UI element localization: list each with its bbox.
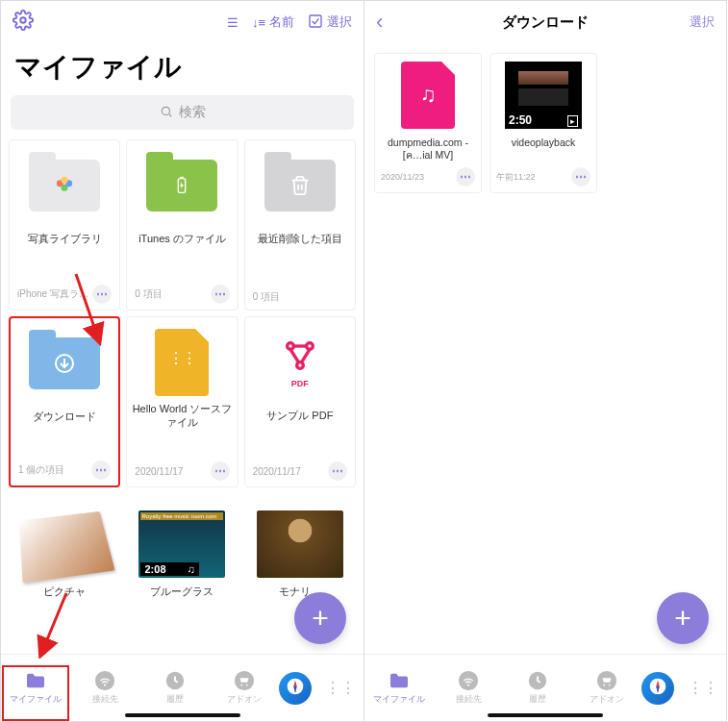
sort-icon: ↓≡ [252, 15, 265, 30]
tile-meta: 2020/11/17 [253, 466, 301, 477]
cart-icon [233, 670, 256, 691]
view-mode-button[interactable]: ☰ [227, 15, 238, 30]
trash-icon [289, 175, 311, 196]
select-button[interactable]: 選択 [690, 13, 715, 31]
search-icon [160, 105, 173, 121]
search-input[interactable]: 検索 [11, 95, 354, 130]
tab-bar: マイファイル 接続先 履歴 アドオン ⋮⋮ [1, 654, 364, 721]
svg-point-14 [306, 343, 313, 350]
sort-label: 名前 [269, 13, 294, 31]
tile-meta: 0 項目 [135, 287, 162, 301]
tile-label: dumpmedia.com - [ค…ial MV] [379, 137, 477, 162]
header: ☰ ↓≡ 名前 選択 [1, 1, 364, 43]
tile-helloworld-zip[interactable]: ⋮⋮ Hello World ソースファイル 2020/11/17 ⋯ [126, 316, 238, 487]
more-button[interactable]: ⋯ [211, 461, 230, 481]
wifi-icon [457, 670, 480, 691]
tile-meta: 午前11:22 [496, 171, 536, 184]
tile-bluegrass[interactable]: Royalty free music room.com 2:08♫ ブルーグラス [126, 493, 238, 654]
clock-icon [163, 670, 187, 691]
music-note-icon: ♫ [420, 83, 437, 108]
search-placeholder: 検索 [179, 104, 206, 121]
clock-icon [526, 670, 549, 691]
tile-dumpmedia[interactable]: ♫ dumpmedia.com - [ค…ial MV] 2020/11/23 … [374, 53, 482, 193]
folder-icon [388, 670, 411, 691]
tile-label: Hello World ソースファイル [131, 402, 233, 430]
compass-icon [648, 677, 667, 700]
svg-rect-1 [310, 15, 321, 27]
image-thumb [20, 511, 115, 584]
browser-button[interactable] [279, 672, 312, 705]
more-button[interactable]: ⋯ [328, 461, 347, 481]
tile-itunes[interactable]: iTunes のファイル 0 項目 ⋯ [126, 139, 238, 311]
home-indicator [488, 713, 603, 717]
duration-badge: 2:08 [144, 563, 165, 575]
tile-downloads[interactable]: ダウンロード 1 個の項目 ⋯ [9, 316, 120, 487]
tile-label: 写真ライブラリ [28, 225, 102, 252]
tab-connections[interactable]: 接続先 [434, 670, 503, 706]
download-icon [53, 352, 76, 375]
tile-meta: 2020/11/23 [381, 172, 424, 182]
page-title: ダウンロード [364, 13, 726, 32]
menu-icon[interactable]: ⋮⋮ [317, 679, 364, 697]
select-button[interactable]: 選択 [308, 13, 352, 32]
pdf-icon: PDF [281, 336, 319, 388]
more-button[interactable]: ⋯ [571, 167, 590, 187]
tile-videoplayback[interactable]: 2:50 ▸ videoplayback 午前11:22 ⋯ [490, 53, 597, 193]
tile-meta: 0 項目 [253, 290, 280, 304]
folder-icon [24, 670, 47, 691]
svg-line-16 [290, 349, 298, 361]
zip-icon: ⋮⋮ [168, 349, 195, 367]
tab-connections[interactable]: 接続先 [70, 670, 139, 706]
svg-rect-9 [181, 177, 185, 179]
tab-label: マイファイル [10, 693, 62, 706]
tab-addons[interactable]: アドオン [572, 670, 641, 706]
tile-recently-deleted[interactable]: 最近削除した項目 0 項目 [244, 139, 356, 311]
tab-addons[interactable]: アドオン [210, 670, 279, 706]
svg-point-19 [95, 671, 114, 690]
video-thumb: Royalty free music room.com 2:08♫ [138, 510, 225, 578]
tab-myfiles[interactable]: マイファイル [364, 670, 434, 706]
select-label: 選択 [327, 13, 352, 31]
tile-sample-pdf[interactable]: PDF サンプル PDF 2020/11/17 ⋯ [244, 316, 356, 487]
photos-icon [51, 172, 78, 199]
more-button[interactable]: ⋯ [91, 461, 111, 480]
sort-button[interactable]: ↓≡ 名前 [252, 13, 294, 31]
browser-button[interactable] [641, 672, 674, 705]
tab-myfiles[interactable]: マイファイル [1, 670, 70, 706]
svg-marker-10 [181, 181, 185, 189]
list-icon: ☰ [227, 15, 238, 30]
tile-meta: 1 個の項目 [18, 463, 64, 477]
add-button[interactable]: + [294, 592, 346, 644]
svg-point-15 [296, 362, 303, 369]
tab-history[interactable]: 履歴 [140, 670, 210, 706]
tile-meta: iPhone 写真ラ… [17, 287, 88, 301]
tab-history[interactable]: 履歴 [503, 670, 572, 706]
tile-label: iTunes のファイル [138, 225, 226, 252]
svg-line-3 [168, 113, 171, 116]
tab-label: アドオン [227, 693, 262, 706]
plus-icon: + [312, 602, 329, 635]
svg-point-0 [20, 17, 26, 23]
tile-label: サンプル PDF [266, 402, 333, 429]
tile-picture[interactable]: ピクチャ [9, 493, 120, 654]
svg-point-30 [459, 671, 478, 690]
more-button[interactable]: ⋯ [456, 167, 475, 187]
tile-label: ピクチャ [43, 578, 86, 605]
tile-meta: 2020/11/17 [135, 466, 183, 477]
more-button[interactable]: ⋯ [211, 285, 230, 304]
music-note-icon: ♫ [188, 563, 195, 575]
add-button[interactable]: + [657, 592, 709, 644]
more-button[interactable]: ⋯ [92, 285, 112, 304]
screen-myfiles: ☰ ↓≡ 名前 選択 マイファイル 検索 写真ライブ [0, 0, 364, 722]
svg-line-17 [301, 349, 309, 361]
tile-label: 最近削除した項目 [258, 225, 342, 252]
tab-label: 接続先 [92, 693, 118, 706]
tab-label: 履歴 [529, 693, 546, 706]
home-indicator [125, 713, 240, 717]
menu-icon[interactable]: ⋮⋮ [680, 679, 726, 697]
tab-bar: マイファイル 接続先 履歴 アドオン ⋮⋮ [364, 654, 726, 721]
battery-icon [171, 175, 192, 196]
settings-icon[interactable] [13, 10, 34, 35]
svg-point-7 [62, 177, 68, 184]
tile-photo-library[interactable]: 写真ライブラリ iPhone 写真ラ… ⋯ [9, 139, 120, 311]
